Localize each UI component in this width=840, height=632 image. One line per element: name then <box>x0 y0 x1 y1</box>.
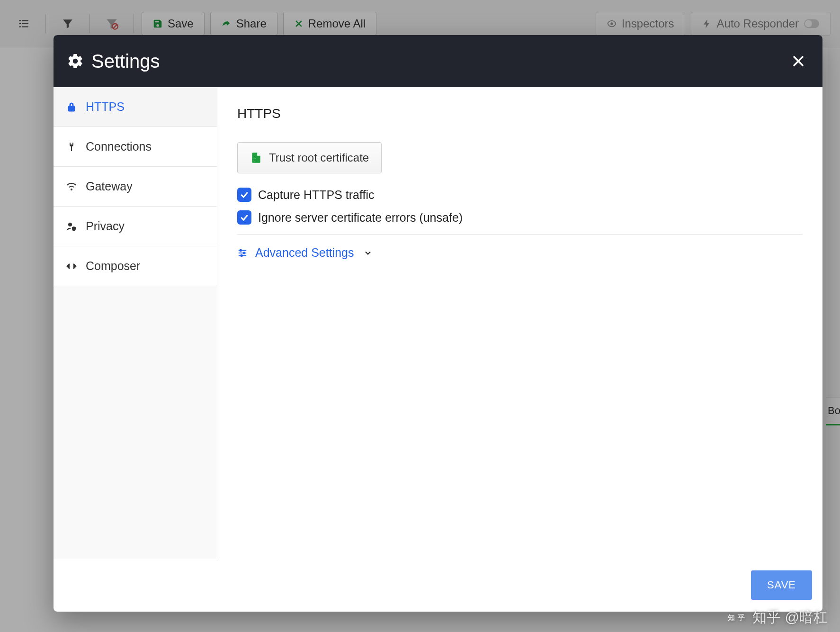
dialog-body: HTTPS Connections Gateway Privacy Compos… <box>54 87 822 559</box>
trust-button-label: Trust root certificate <box>269 151 369 164</box>
code-icon <box>66 261 77 272</box>
close-button[interactable] <box>791 54 805 68</box>
save-button[interactable]: SAVE <box>751 570 812 600</box>
sliders-icon <box>237 248 248 258</box>
section-heading: HTTPS <box>237 106 803 121</box>
divider <box>237 234 803 235</box>
save-button-label: SAVE <box>767 579 796 591</box>
svg-point-20 <box>240 249 242 251</box>
dialog-title: Settings <box>91 51 160 72</box>
settings-dialog: Settings HTTPS Connections Gateway Priva… <box>54 35 822 612</box>
check-icon <box>240 213 249 222</box>
svg-point-22 <box>241 254 242 256</box>
sidebar-item-gateway[interactable]: Gateway <box>54 167 217 207</box>
check-icon <box>240 190 249 199</box>
chevron-down-icon <box>363 248 373 258</box>
ignore-errors-label: Ignore server certificate errors (unsafe… <box>258 211 463 225</box>
gear-icon <box>67 53 84 70</box>
sidebar-item-label: Composer <box>86 259 140 273</box>
close-icon <box>791 54 805 68</box>
ignore-errors-checkbox[interactable] <box>237 210 251 225</box>
dialog-footer: SAVE <box>54 559 822 612</box>
certificate-icon <box>250 152 262 164</box>
svg-point-21 <box>243 252 245 254</box>
plug-icon <box>66 141 77 153</box>
user-shield-icon <box>66 221 77 232</box>
sidebar-item-https[interactable]: HTTPS <box>54 87 217 127</box>
sidebar-item-connections[interactable]: Connections <box>54 127 217 167</box>
dialog-header: Settings <box>54 35 822 87</box>
sidebar-item-label: Gateway <box>86 180 133 193</box>
capture-https-checkbox[interactable] <box>237 188 251 202</box>
advanced-settings-label: Advanced Settings <box>255 246 354 260</box>
settings-main-panel: HTTPS Trust root certificate Capture HTT… <box>217 87 822 559</box>
capture-https-row: Capture HTTPS traffic <box>237 188 803 202</box>
capture-https-label: Capture HTTPS traffic <box>258 188 374 202</box>
ignore-errors-row: Ignore server certificate errors (unsafe… <box>237 210 803 225</box>
sidebar-item-label: Connections <box>86 140 152 153</box>
sidebar-item-label: HTTPS <box>86 100 125 114</box>
lock-icon <box>66 101 77 113</box>
sidebar-item-label: Privacy <box>86 219 125 233</box>
sidebar-item-composer[interactable]: Composer <box>54 246 217 286</box>
svg-point-15 <box>68 223 72 226</box>
advanced-settings-toggle[interactable]: Advanced Settings <box>237 246 803 260</box>
settings-sidebar: HTTPS Connections Gateway Privacy Compos… <box>54 87 217 559</box>
sidebar-item-privacy[interactable]: Privacy <box>54 207 217 246</box>
wifi-icon <box>66 181 77 192</box>
trust-root-certificate-button[interactable]: Trust root certificate <box>237 142 382 173</box>
